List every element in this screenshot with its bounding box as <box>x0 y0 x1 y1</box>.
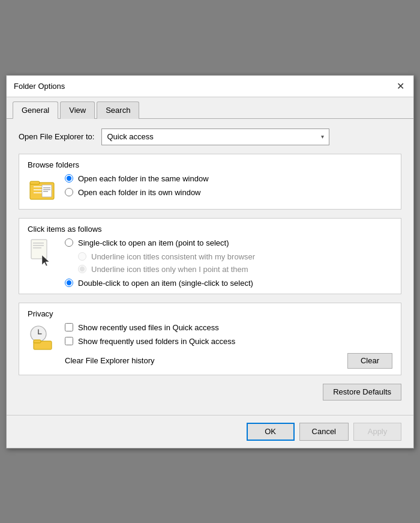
clear-history-label: Clear File Explorer history <box>65 356 155 365</box>
tab-search[interactable]: Search <box>97 101 139 119</box>
radio-single-click: Single-click to open an item (point to s… <box>65 238 255 247</box>
explorer-dropdown[interactable]: Quick access ▾ <box>101 128 329 145</box>
tab-general[interactable]: General <box>13 101 58 119</box>
show-frequent-checkbox[interactable] <box>65 337 73 345</box>
checkbox-show-recent: Show recently used files in Quick access <box>65 323 392 332</box>
title-bar: Folder Options ✕ <box>7 76 413 97</box>
tabs-container: General View Search <box>7 97 413 119</box>
underline-point-label: Underline icon titles only when I point … <box>91 265 248 274</box>
restore-defaults-button[interactable]: Restore Defaults <box>323 384 401 401</box>
svg-rect-9 <box>31 240 47 259</box>
folder-icon <box>28 174 56 203</box>
browse-folders-title: Browse folders <box>28 160 392 169</box>
ok-button[interactable]: OK <box>247 423 295 441</box>
privacy-title: Privacy <box>28 309 392 318</box>
same-window-label[interactable]: Open each folder in the same window <box>78 174 209 183</box>
cursor-svg-icon <box>30 238 54 267</box>
dialog-footer: OK Cancel Apply <box>7 415 413 448</box>
browse-folders-inner: Open each folder in the same window Open… <box>28 174 392 203</box>
folder-options-dialog: Folder Options ✕ General View Search Ope… <box>6 75 414 449</box>
click-items-section: Click items as follows <box>19 218 401 294</box>
privacy-section: Privacy <box>19 303 401 375</box>
underline-point-radio[interactable] <box>78 265 86 273</box>
click-icon <box>28 238 56 267</box>
radio-own-window: Open each folder in its own window <box>65 188 209 197</box>
svg-rect-6 <box>43 187 50 189</box>
close-button[interactable]: ✕ <box>394 80 406 92</box>
apply-button[interactable]: Apply <box>353 423 401 441</box>
underline-browser-radio[interactable] <box>78 252 86 261</box>
svg-rect-18 <box>34 340 41 343</box>
open-explorer-label: Open File Explorer to: <box>19 132 94 141</box>
checkbox-show-frequent: Show frequently used folders in Quick ac… <box>65 337 392 346</box>
browse-folders-section: Browse folders <box>19 154 401 210</box>
double-click-label[interactable]: Double-click to open an item (single-cli… <box>78 279 253 288</box>
clear-history-row: Clear File Explorer history Clear <box>65 353 392 369</box>
show-recent-checkbox[interactable] <box>65 323 73 331</box>
folder-svg-icon <box>29 177 55 201</box>
tab-content-general: Open File Explorer to: Quick access ▾ Br… <box>7 119 413 410</box>
single-click-suboptions: Underline icon titles consistent with my… <box>78 252 255 274</box>
radio-underline-browser: Underline icon titles consistent with my… <box>78 252 255 261</box>
open-explorer-row: Open File Explorer to: Quick access ▾ <box>19 128 401 145</box>
click-items-inner: Single-click to open an item (point to s… <box>28 238 392 288</box>
dropdown-value: Quick access <box>107 132 153 141</box>
own-window-label[interactable]: Open each folder in its own window <box>78 188 201 197</box>
privacy-inner: Show recently used files in Quick access… <box>28 323 392 369</box>
svg-rect-11 <box>33 245 44 246</box>
dialog-title: Folder Options <box>14 82 65 91</box>
single-click-label[interactable]: Single-click to open an item (point to s… <box>78 238 229 247</box>
show-frequent-label[interactable]: Show frequently used folders in Quick ac… <box>78 337 235 346</box>
radio-double-click: Double-click to open an item (single-cli… <box>65 279 255 288</box>
double-click-radio[interactable] <box>65 279 73 287</box>
svg-rect-12 <box>33 247 41 249</box>
svg-rect-7 <box>43 189 50 190</box>
restore-defaults-row: Restore Defaults <box>19 384 401 401</box>
same-window-radio[interactable] <box>65 174 73 183</box>
svg-rect-8 <box>43 191 48 192</box>
cancel-button[interactable]: Cancel <box>299 423 349 441</box>
svg-rect-10 <box>33 243 44 244</box>
show-recent-label[interactable]: Show recently used files in Quick access <box>78 323 219 332</box>
click-items-title: Click items as follows <box>28 225 392 234</box>
click-items-options: Single-click to open an item (point to s… <box>65 238 255 288</box>
clear-button[interactable]: Clear <box>347 353 392 369</box>
clock-folder-svg-icon <box>29 324 55 351</box>
radio-same-window: Open each folder in the same window <box>65 174 209 183</box>
chevron-down-icon: ▾ <box>321 133 324 140</box>
svg-rect-1 <box>30 181 40 184</box>
radio-underline-point: Underline icon titles only when I point … <box>78 265 255 274</box>
tab-view[interactable]: View <box>60 101 95 119</box>
underline-browser-label: Underline icon titles consistent with my… <box>91 252 255 261</box>
single-click-radio[interactable] <box>65 238 73 247</box>
own-window-radio[interactable] <box>65 188 73 196</box>
browse-folders-options: Open each folder in the same window Open… <box>65 174 209 197</box>
privacy-checkboxes: Show recently used files in Quick access… <box>65 323 392 346</box>
privacy-icon <box>28 323 56 352</box>
privacy-options: Show recently used files in Quick access… <box>65 323 392 369</box>
